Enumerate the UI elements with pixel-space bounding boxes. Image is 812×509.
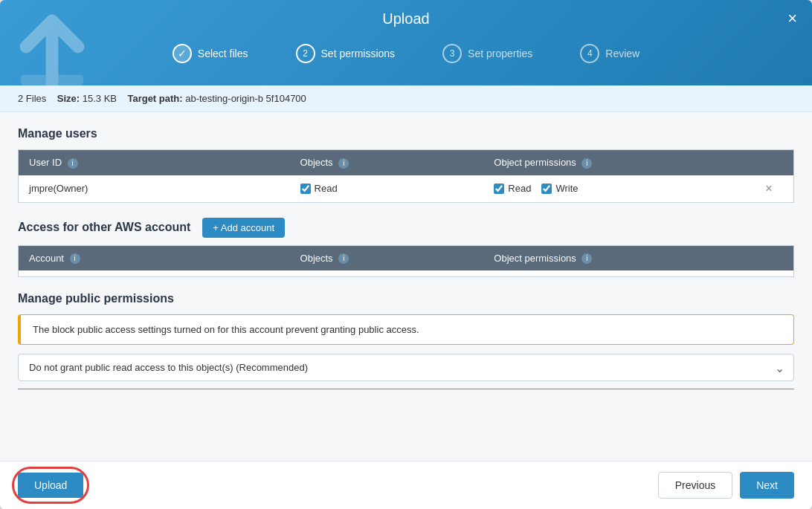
divider bbox=[18, 389, 794, 389]
userid-info-icon[interactable]: i bbox=[68, 158, 78, 169]
col-header-userid: User ID i bbox=[19, 150, 290, 175]
next-button[interactable]: Next bbox=[740, 472, 794, 499]
upload-modal: Upload × ✓ Select files 2 Set permission… bbox=[0, 0, 812, 509]
obj-perm-read-label[interactable]: Read bbox=[494, 183, 531, 194]
obj-perm-write-checkbox[interactable] bbox=[541, 184, 552, 194]
obj-perm-read-checkbox[interactable] bbox=[494, 184, 504, 194]
header-bg-icon bbox=[0, 0, 89, 85]
obj-perm-write-label[interactable]: Write bbox=[541, 183, 578, 194]
col-header-objects-2: Objects i bbox=[290, 245, 484, 270]
objperm2-info-icon[interactable]: i bbox=[581, 253, 592, 264]
remove-user-button[interactable]: × bbox=[765, 182, 772, 195]
public-select-wrapper: Do not grant public read access to this … bbox=[18, 354, 794, 381]
objects-read-label[interactable]: Read bbox=[300, 183, 338, 194]
access-other-title: Access for other AWS account bbox=[18, 221, 190, 234]
objects2-info-icon[interactable]: i bbox=[338, 253, 349, 264]
public-access-select[interactable]: Do not grant public read access to this … bbox=[19, 354, 793, 380]
warning-text: The block public access settings turned … bbox=[33, 324, 419, 335]
files-count: 2 Files bbox=[18, 93, 46, 104]
size-value: 15.3 KB bbox=[83, 93, 117, 104]
col-header-objperm-2: Object permissions i bbox=[483, 245, 755, 270]
modal-body: Manage users User ID i Objects i Object … bbox=[0, 112, 812, 461]
svg-rect-0 bbox=[21, 75, 83, 85]
size-label: Size: bbox=[57, 93, 80, 104]
modal-header: Upload × ✓ Select files 2 Set permission… bbox=[0, 0, 812, 85]
objects-info-icon[interactable]: i bbox=[338, 158, 349, 169]
col-header-action bbox=[755, 150, 793, 175]
objects-read-checkbox[interactable] bbox=[300, 184, 311, 194]
footer-right: Previous Next bbox=[658, 472, 794, 499]
access-other-table: Account i Objects i Object permissions i bbox=[18, 245, 794, 278]
col-header-objects: Objects i bbox=[290, 150, 484, 175]
manage-users-table: User ID i Objects i Object permissions i bbox=[18, 149, 794, 203]
col-header-action-2 bbox=[755, 245, 793, 270]
step-label-3: Set properties bbox=[468, 48, 532, 59]
access-other-header: Access for other AWS account + Add accou… bbox=[18, 218, 794, 238]
add-account-button[interactable]: + Add account bbox=[202, 218, 285, 238]
step-set-permissions[interactable]: 2 Set permissions bbox=[272, 44, 419, 63]
previous-button[interactable]: Previous bbox=[658, 472, 732, 499]
step-circle-4: 4 bbox=[580, 44, 599, 63]
table-row: jmpre(Owner) Read bbox=[19, 175, 794, 203]
obj-perm-cell: Read Write bbox=[483, 175, 755, 203]
target-value: ab-testing-origin-b 5f104700 bbox=[185, 93, 306, 104]
col-header-objperm: Object permissions i bbox=[483, 150, 755, 175]
account-info-icon[interactable]: i bbox=[70, 253, 80, 264]
public-warning: The block public access settings turned … bbox=[18, 314, 794, 345]
step-circle-2: 2 bbox=[296, 44, 315, 63]
upload-btn-wrapper: Upload bbox=[18, 473, 83, 498]
step-circle-3: 3 bbox=[442, 44, 462, 63]
step-set-properties[interactable]: 3 Set properties bbox=[419, 44, 556, 63]
col-header-account: Account i bbox=[19, 245, 290, 270]
user-id-cell: jmpre(Owner) bbox=[19, 175, 290, 203]
step-label-1: Select files bbox=[198, 48, 248, 59]
modal-footer: Upload Previous Next bbox=[0, 461, 812, 509]
step-select-files[interactable]: ✓ Select files bbox=[149, 44, 272, 63]
action-cell: × bbox=[755, 175, 793, 203]
close-button[interactable]: × bbox=[787, 10, 797, 27]
objperm-info-icon[interactable]: i bbox=[581, 158, 592, 169]
upload-button[interactable]: Upload bbox=[18, 473, 83, 498]
step-label-2: Set permissions bbox=[321, 48, 396, 59]
empty-row bbox=[19, 270, 794, 277]
manage-public-title: Manage public permissions bbox=[18, 292, 794, 305]
info-bar: 2 Files Size: 15.3 KB Target path: ab-te… bbox=[0, 85, 812, 112]
step-review[interactable]: 4 Review bbox=[556, 44, 663, 63]
modal-title: Upload bbox=[382, 10, 429, 27]
objects-cell: Read bbox=[290, 175, 484, 203]
target-label: Target path: bbox=[127, 93, 182, 104]
manage-users-title: Manage users bbox=[18, 127, 794, 140]
step-label-4: Review bbox=[605, 48, 639, 59]
step-circle-1: ✓ bbox=[173, 44, 192, 63]
